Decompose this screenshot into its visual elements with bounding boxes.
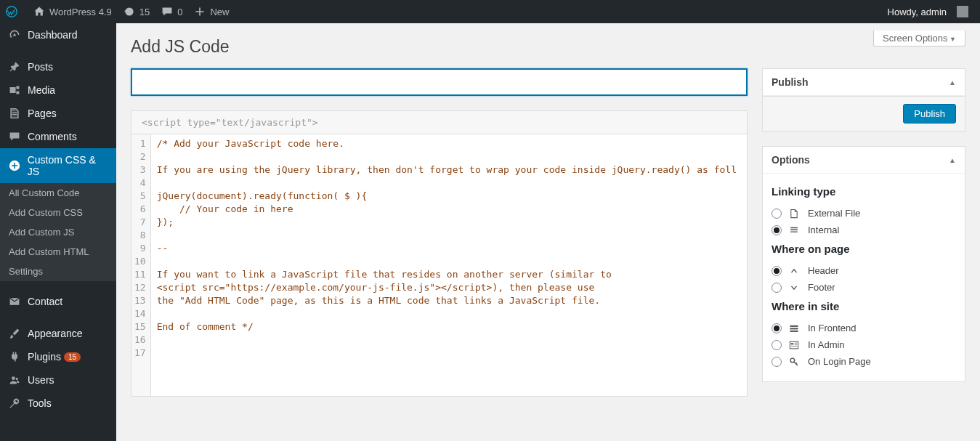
sidebar-item-label: Appearance — [28, 328, 83, 339]
option-on-login-page[interactable]: On Login Page — [772, 353, 956, 370]
publish-metabox: Publish ▲ Publish — [762, 68, 965, 132]
code-line: // Your code in here — [157, 203, 741, 216]
submenu-item-add-custom-css[interactable]: Add Custom CSS — [0, 203, 116, 222]
sidebar-item-label: Comments — [28, 131, 77, 142]
chev-down-icon — [789, 283, 801, 293]
updates-link[interactable]: 15 — [118, 0, 155, 23]
sidebar-item-appearance[interactable]: Appearance — [0, 322, 116, 345]
brush-icon — [7, 328, 22, 339]
code-line: <script src="https://example.com/your-js… — [157, 281, 741, 294]
radio-button[interactable] — [772, 209, 782, 219]
code-line — [157, 333, 741, 347]
plus-circle-icon — [7, 160, 22, 171]
updates-count: 15 — [139, 7, 150, 17]
options-section-where_site: Where in siteIn FrontendIn AdminOn Login… — [772, 300, 956, 370]
radio-button[interactable] — [772, 340, 782, 350]
option-label: In Admin — [808, 339, 845, 350]
sidebar-item-label: Users — [28, 374, 54, 386]
sidebar-item-media[interactable]: Media — [0, 78, 116, 102]
howdy-text: Howdy, admin — [888, 7, 952, 17]
sidebar-item-label: Custom CSS & JS — [28, 154, 109, 177]
option-external-file[interactable]: External File — [772, 205, 956, 222]
sidebar-item-label: Contact — [28, 296, 62, 307]
sidebar-item-posts[interactable]: Posts — [0, 55, 116, 78]
new-label: New — [210, 7, 229, 17]
sidebar-item-dashboard[interactable]: Dashboard — [0, 23, 116, 46]
comments-link[interactable]: 0 — [155, 0, 188, 23]
line-numbers-gutter: 1234567891011121314151617 — [131, 134, 151, 396]
code-title-input[interactable] — [131, 68, 748, 96]
code-textarea[interactable]: /* Add your JavaScript code here. If you… — [151, 134, 747, 396]
options-box-toggle[interactable]: ▲ — [949, 156, 956, 164]
sidebar-item-comments[interactable]: Comments — [0, 125, 116, 148]
code-line — [157, 347, 741, 360]
code-line — [157, 150, 741, 163]
option-in-frontend[interactable]: In Frontend — [772, 320, 956, 336]
submenu-item-add-custom-html[interactable]: Add Custom HTML — [0, 242, 116, 262]
comment-icon — [161, 6, 173, 17]
site-home-link[interactable]: WordPress 4.9 — [28, 0, 118, 23]
pin-icon — [7, 61, 22, 73]
option-in-admin[interactable]: In Admin — [772, 336, 956, 353]
code-line: -- — [157, 242, 741, 255]
sidebar-item-contact[interactable]: Contact — [0, 290, 116, 313]
tools-icon — [7, 397, 22, 409]
editor-body[interactable]: 1234567891011121314151617 /* Add your Ja… — [131, 134, 747, 396]
sidebar-item-tools[interactable]: Tools — [0, 392, 116, 415]
wordpress-icon — [6, 6, 17, 17]
pages-icon — [7, 108, 22, 119]
code-line: the "Add HTML Code" page, as this is a H… — [157, 294, 741, 307]
code-line: /* Add your JavaScript code here. — [157, 137, 741, 150]
option-footer[interactable]: Footer — [772, 279, 956, 296]
plus-icon — [194, 6, 206, 17]
sidebar-item-custom-css-js[interactable]: Custom CSS & JS — [0, 148, 116, 183]
plug-icon — [7, 351, 22, 363]
code-line: }); — [157, 216, 741, 229]
option-header[interactable]: Header — [772, 262, 956, 279]
publish-button[interactable]: Publish — [903, 104, 956, 124]
option-label: On Login Page — [808, 356, 871, 367]
editor-script-tag: <script type="text/javascript"> — [131, 111, 747, 134]
users-icon — [7, 374, 22, 386]
sidebar-item-label: Tools — [28, 397, 52, 409]
admin-bar-left: WordPress 4.9 15 0 New — [0, 0, 235, 23]
option-internal[interactable]: Internal — [772, 222, 956, 238]
file-icon — [789, 209, 801, 219]
dashboard-icon — [7, 29, 22, 41]
radio-button[interactable] — [772, 266, 782, 276]
options-heading: Linking type — [772, 185, 956, 198]
main-content: Screen Options Add JS Code <script type=… — [116, 23, 980, 441]
radio-button[interactable] — [772, 323, 782, 333]
sidebar-item-users[interactable]: Users — [0, 368, 116, 392]
page-title: Add JS Code — [131, 31, 965, 68]
options-heading: Where in site — [772, 300, 956, 312]
submenu-item-add-custom-js[interactable]: Add Custom JS — [0, 222, 116, 242]
wp-logo[interactable] — [0, 0, 28, 23]
internal-icon — [789, 225, 801, 235]
code-line: jQuery(document).ready(function( $ ){ — [157, 190, 741, 203]
frontend-icon — [789, 323, 801, 333]
radio-button[interactable] — [772, 225, 782, 235]
submenu-item-settings[interactable]: Settings — [0, 262, 116, 281]
publish-box-toggle[interactable]: ▲ — [949, 78, 956, 86]
submenu-item-all-custom-code[interactable]: All Custom Code — [0, 183, 116, 203]
code-line: End of comment */ — [157, 320, 741, 333]
radio-button[interactable] — [772, 283, 782, 293]
sidebar-item-plugins[interactable]: Plugins15 — [0, 345, 116, 368]
options-metabox: Options ▲ Linking typeExternal FileInter… — [762, 146, 965, 382]
radio-button[interactable] — [772, 357, 782, 367]
sidebar-item-label: Dashboard — [28, 29, 78, 41]
admin-icon — [789, 340, 801, 350]
site-title: WordPress 4.9 — [49, 7, 112, 17]
code-line — [157, 307, 741, 320]
option-label: In Frontend — [808, 323, 857, 333]
screen-options-toggle[interactable]: Screen Options — [873, 31, 965, 46]
sidebar-submenu: All Custom CodeAdd Custom CSSAdd Custom … — [0, 183, 116, 281]
new-link[interactable]: New — [188, 0, 235, 23]
account-link[interactable]: Howdy, admin — [882, 0, 974, 23]
refresh-icon — [123, 6, 135, 17]
code-line — [157, 255, 741, 268]
code-line — [157, 177, 741, 190]
code-line: If you are using the jQuery library, the… — [157, 163, 741, 177]
sidebar-item-pages[interactable]: Pages — [0, 102, 116, 125]
